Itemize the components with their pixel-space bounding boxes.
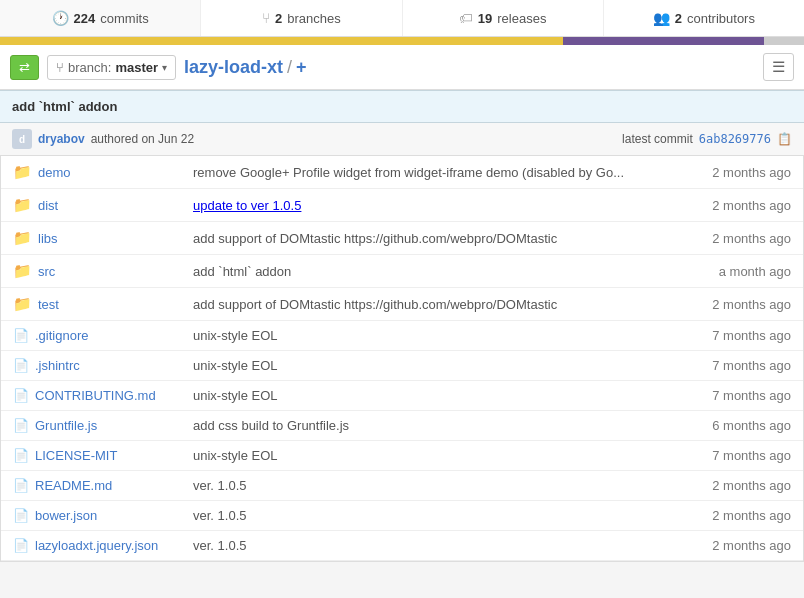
branch-selector[interactable]: ⑂ branch: master ▾ — [47, 55, 176, 80]
commit-message-text: remove Google+ Profile widget from widge… — [193, 165, 624, 180]
table-row: 📄 CONTRIBUTING.md unix-style EOL 7 month… — [1, 381, 803, 411]
message-cell: ver. 1.0.5 — [181, 501, 683, 531]
file-name[interactable]: lazyloadxt.jquery.json — [35, 538, 158, 553]
file-name-link[interactable]: 📁 src — [13, 262, 55, 280]
time-cell: a month ago — [683, 255, 803, 288]
time-cell: 7 months ago — [683, 381, 803, 411]
message-cell: add support of DOMtastic https://github.… — [181, 222, 683, 255]
releases-stat[interactable]: 🏷 19 releases — [403, 0, 604, 36]
commit-message-text: add `html` addon — [193, 264, 291, 279]
file-name-cell: 📄 bower.json — [1, 501, 181, 531]
progress-purple — [563, 37, 764, 45]
file-table: 📁 demo remove Google+ Profile widget fro… — [1, 156, 803, 561]
file-name-cell: 📄 Gruntfile.js — [1, 411, 181, 441]
commit-header-text: add `html` addon — [12, 99, 117, 114]
commit-message-link[interactable]: update to ver 1.0.5 — [193, 198, 301, 213]
branches-stat[interactable]: ⑂ 2 branches — [201, 0, 402, 36]
time-cell: 7 months ago — [683, 441, 803, 471]
file-name-link[interactable]: 📄 Gruntfile.js — [13, 418, 97, 433]
time-cell: 7 months ago — [683, 321, 803, 351]
path-separator: / — [287, 57, 292, 78]
table-row: 📄 .gitignore unix-style EOL 7 months ago — [1, 321, 803, 351]
releases-icon: 🏷 — [459, 10, 473, 26]
sync-button[interactable]: ⇄ — [10, 55, 39, 80]
file-name-link[interactable]: 📄 README.md — [13, 478, 112, 493]
contributors-icon: 👥 — [653, 10, 670, 26]
commit-author[interactable]: dryabov — [38, 132, 85, 146]
commit-message-text: unix-style EOL — [193, 448, 278, 463]
commit-message-text: ver. 1.0.5 — [193, 478, 246, 493]
plus-link[interactable]: + — [296, 57, 307, 78]
commit-message-text: add support of DOMtastic https://github.… — [193, 297, 557, 312]
message-cell: unix-style EOL — [181, 351, 683, 381]
file-name-cell: 📄 LICENSE-MIT — [1, 441, 181, 471]
message-cell: update to ver 1.0.5 — [181, 189, 683, 222]
latest-commit-label: latest commit — [622, 132, 693, 146]
commits-stat[interactable]: 🕐 224 commits — [0, 0, 201, 36]
branches-count: 2 — [275, 11, 282, 26]
copy-icon[interactable]: 📋 — [777, 132, 792, 146]
file-name-link[interactable]: 📄 lazyloadxt.jquery.json — [13, 538, 158, 553]
commit-message-text: ver. 1.0.5 — [193, 508, 246, 523]
file-name-cell: 📄 README.md — [1, 471, 181, 501]
file-name-cell: 📁 demo — [1, 156, 181, 189]
branches-icon: ⑂ — [262, 10, 270, 26]
repo-stats-bar: 🕐 224 commits ⑂ 2 branches 🏷 19 releases… — [0, 0, 804, 37]
file-name-link[interactable]: 📄 LICENSE-MIT — [13, 448, 117, 463]
file-name[interactable]: CONTRIBUTING.md — [35, 388, 156, 403]
file-name-link[interactable]: 📁 libs — [13, 229, 58, 247]
releases-count: 19 — [478, 11, 492, 26]
file-name[interactable]: dist — [38, 198, 58, 213]
time-cell: 2 months ago — [683, 531, 803, 561]
sync-icon: ⇄ — [19, 60, 30, 75]
chevron-down-icon: ▾ — [162, 62, 167, 73]
file-name[interactable]: src — [38, 264, 55, 279]
progress-yellow — [0, 37, 563, 45]
message-cell: add css build to Gruntfile.js — [181, 411, 683, 441]
time-cell: 2 months ago — [683, 222, 803, 255]
file-name-link[interactable]: 📁 test — [13, 295, 59, 313]
time-cell: 7 months ago — [683, 351, 803, 381]
commits-label: commits — [100, 11, 148, 26]
message-cell: remove Google+ Profile widget from widge… — [181, 156, 683, 189]
commits-icon: 🕐 — [52, 10, 69, 26]
file-name-link[interactable]: 📄 CONTRIBUTING.md — [13, 388, 156, 403]
file-name-link[interactable]: 📁 demo — [13, 163, 71, 181]
folder-icon: 📁 — [13, 163, 32, 181]
repo-path: lazy-load-xt / + — [184, 57, 755, 78]
file-name[interactable]: Gruntfile.js — [35, 418, 97, 433]
file-name[interactable]: bower.json — [35, 508, 97, 523]
commit-authored-label: authored on Jun 22 — [91, 132, 194, 146]
file-name[interactable]: demo — [38, 165, 71, 180]
table-row: 📁 src add `html` addon a month ago — [1, 255, 803, 288]
repo-name-link[interactable]: lazy-load-xt — [184, 57, 283, 78]
table-row: 📁 test add support of DOMtastic https://… — [1, 288, 803, 321]
file-table-wrapper: 📁 demo remove Google+ Profile widget fro… — [0, 156, 804, 562]
file-name[interactable]: libs — [38, 231, 58, 246]
file-name-link[interactable]: 📄 .gitignore — [13, 328, 88, 343]
table-row: 📁 libs add support of DOMtastic https://… — [1, 222, 803, 255]
file-name-link[interactable]: 📁 dist — [13, 196, 58, 214]
file-icon: 📄 — [13, 538, 29, 553]
time-cell: 2 months ago — [683, 501, 803, 531]
file-name-cell: 📄 .gitignore — [1, 321, 181, 351]
message-cell: ver. 1.0.5 — [181, 531, 683, 561]
progress-gray — [764, 37, 804, 45]
file-name[interactable]: .jshintrc — [35, 358, 80, 373]
file-name[interactable]: README.md — [35, 478, 112, 493]
file-icon: 📄 — [13, 418, 29, 433]
table-row: 📄 bower.json ver. 1.0.5 2 months ago — [1, 501, 803, 531]
file-name[interactable]: test — [38, 297, 59, 312]
file-name-link[interactable]: 📄 .jshintrc — [13, 358, 80, 373]
file-name[interactable]: .gitignore — [35, 328, 88, 343]
folder-icon: 📁 — [13, 229, 32, 247]
contributors-stat[interactable]: 👥 2 contributors — [604, 0, 804, 36]
table-row: 📄 README.md ver. 1.0.5 2 months ago — [1, 471, 803, 501]
list-view-button[interactable]: ☰ — [763, 53, 794, 81]
commit-message-text: unix-style EOL — [193, 358, 278, 373]
releases-label: releases — [497, 11, 546, 26]
commit-message-text: unix-style EOL — [193, 388, 278, 403]
file-name-link[interactable]: 📄 bower.json — [13, 508, 97, 523]
commit-hash[interactable]: 6ab8269776 — [699, 132, 771, 146]
file-name[interactable]: LICENSE-MIT — [35, 448, 117, 463]
